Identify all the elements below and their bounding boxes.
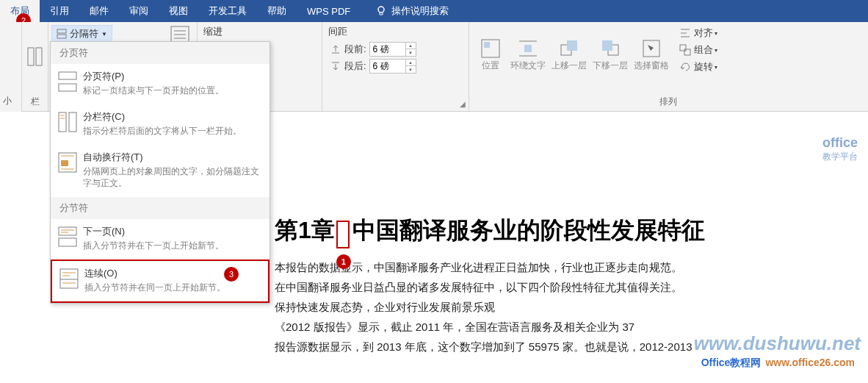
columns-label: 栏 xyxy=(22,94,48,111)
wrap-break-icon xyxy=(57,151,79,174)
svg-rect-22 xyxy=(680,45,686,51)
svg-rect-1 xyxy=(28,48,34,65)
watermark-dushuwu: www.dushuwu.net xyxy=(694,332,861,355)
indent-header: 缩进 xyxy=(198,22,322,41)
spacing-after-spinner[interactable]: ▲▼ xyxy=(369,59,416,74)
svg-rect-4 xyxy=(57,35,66,38)
menu-item-continuous[interactable]: 连续(O) 插入分节符并在同一页上开始新节。 3 xyxy=(51,259,270,303)
watermark-office26: Office教程网www.office26.com xyxy=(701,357,855,370)
spacing-group: 间距 段前: ▲▼ 段后: ▲▼ ◢ xyxy=(322,22,469,111)
svg-rect-35 xyxy=(59,238,76,246)
ribbon-tabs: 布局 2 引用 邮件 审阅 视图 开发工具 帮助 WPS PDF 操作说明搜索 xyxy=(0,0,868,22)
lightbulb-icon xyxy=(375,5,387,17)
breaks-button[interactable]: 分隔符 ▼ xyxy=(51,25,112,43)
svg-rect-34 xyxy=(59,227,76,235)
menu-item-page-break[interactable]: 分页符(P) 标记一页结束与下一页开始的位置。 xyxy=(51,64,270,104)
svg-rect-3 xyxy=(57,29,66,33)
tab-layout[interactable]: 布局 2 xyxy=(0,0,40,22)
position-button[interactable]: 位置 xyxy=(474,25,507,84)
doc-para-3: 保持快速发展态势，企业对行业发展前景乐观 xyxy=(275,297,831,317)
dialog-launcher-icon[interactable]: ◢ xyxy=(460,100,466,108)
tab-devtools[interactable]: 开发工具 xyxy=(198,0,257,22)
svg-rect-25 xyxy=(59,84,76,91)
svg-rect-27 xyxy=(69,112,76,132)
svg-rect-23 xyxy=(684,49,690,55)
spacing-header: 间距 xyxy=(322,22,469,41)
forward-icon xyxy=(558,37,580,60)
tab-review[interactable]: 审阅 xyxy=(119,0,159,22)
svg-rect-10 xyxy=(484,42,490,48)
spacing-before-label: 段前: xyxy=(344,43,366,56)
selection-pane-button[interactable]: 选择窗格 xyxy=(631,25,672,84)
spacing-before-spinner[interactable]: ▲▼ xyxy=(369,42,416,57)
wrap-button[interactable]: 环绕文字 xyxy=(507,25,549,84)
svg-point-0 xyxy=(378,7,384,12)
position-icon xyxy=(480,37,502,60)
wrap-icon xyxy=(517,37,539,60)
tell-me-search[interactable]: 操作说明搜索 xyxy=(375,0,449,22)
align-button[interactable]: 对齐▾ xyxy=(676,25,720,41)
tab-view[interactable]: 视图 xyxy=(159,0,198,22)
rotate-icon xyxy=(679,61,691,73)
spacing-after-label: 段后: xyxy=(344,60,366,73)
send-backward-button[interactable]: 下移一层 xyxy=(590,25,631,84)
title-part-a: 第1章 xyxy=(275,215,335,247)
breaks-icon xyxy=(57,29,67,39)
align-icon xyxy=(679,27,691,39)
arrange-group-label: 排列 xyxy=(469,94,868,111)
menu-item-text-wrap-break[interactable]: 自动换行符(T) 分隔网页上的对象周围的文字，如分隔题注文字与正文。 xyxy=(51,145,270,198)
breaks-menu: 分页符 分页符(P) 标记一页结束与下一页开始的位置。 分栏符(C) 指示分栏符… xyxy=(50,41,270,304)
backward-icon xyxy=(599,37,621,60)
svg-rect-17 xyxy=(602,40,612,51)
arrange-group: 位置 环绕文字 上移一层 下移一层 选择窗格 对齐▾ xyxy=(469,22,868,111)
columns-icon[interactable] xyxy=(27,47,43,66)
tab-references[interactable]: 引用 xyxy=(40,0,79,22)
svg-rect-38 xyxy=(60,269,78,288)
tab-wpspdf[interactable]: WPS PDF xyxy=(297,0,361,22)
doc-para-2: 在中国翻译服务业日益凸显的诸多发展特征中，以下四个阶段性特征尤其值得关注。 xyxy=(275,277,831,297)
svg-rect-2 xyxy=(36,48,42,65)
spacing-before-value[interactable] xyxy=(370,44,405,54)
bring-forward-button[interactable]: 上移一层 xyxy=(549,25,590,84)
document-page: 第1章 1 中国翻译服务业的阶段性发展特征 本报告的数据显示，中国翻译服务产业化… xyxy=(275,126,868,357)
cursor-marker: 1 xyxy=(336,221,350,248)
group-button[interactable]: 组合▾ xyxy=(676,42,720,58)
watermark-office: office 教学平台 xyxy=(822,135,858,163)
column-break-icon xyxy=(57,110,79,134)
doc-para-1: 本报告的数据显示，中国翻译服务产业化进程正日益加快，行业也正逐步走向规范。 xyxy=(275,257,831,277)
doc-heading: 第1章 1 中国翻译服务业的阶段性发展特征 xyxy=(275,215,831,247)
spacing-after-icon xyxy=(330,61,341,71)
selection-icon xyxy=(640,37,662,60)
continuous-icon xyxy=(58,267,80,290)
menu-cat-page-breaks: 分页符 xyxy=(51,42,270,64)
rotate-button[interactable]: 旋转▾ xyxy=(676,59,720,75)
left-truncated-group: 小 xyxy=(0,22,22,112)
svg-rect-31 xyxy=(61,160,68,166)
spacing-after-value[interactable] xyxy=(370,61,405,71)
menu-item-next-page[interactable]: 下一页(N) 插入分节符并在下一页上开始新节。 xyxy=(51,219,270,259)
tab-mailings[interactable]: 邮件 xyxy=(79,0,119,22)
menu-cat-section-breaks: 分节符 xyxy=(51,197,270,219)
chevron-down-icon: ▼ xyxy=(101,31,107,37)
document-area[interactable]: office 教学平台 第1章 1 中国翻译服务业的阶段性发展特征 本报告的数据… xyxy=(275,126,868,383)
columns-group: 栏 xyxy=(22,22,48,111)
title-part-b: 中国翻译服务业的阶段性发展特征 xyxy=(352,215,705,247)
svg-rect-15 xyxy=(567,40,577,51)
annotation-1: 1 xyxy=(336,254,351,269)
annotation-3: 3 xyxy=(224,267,239,282)
group-icon xyxy=(679,44,691,56)
menu-item-column-break[interactable]: 分栏符(C) 指示分栏符后面的文字将从下一栏开始。 xyxy=(51,104,270,145)
svg-rect-24 xyxy=(59,72,76,79)
tab-help[interactable]: 帮助 xyxy=(257,0,297,22)
svg-rect-11 xyxy=(524,45,532,52)
page-break-icon xyxy=(57,70,79,93)
left-small-label: 小 xyxy=(3,95,12,107)
next-page-icon xyxy=(57,225,79,248)
spacing-before-icon xyxy=(330,44,341,54)
